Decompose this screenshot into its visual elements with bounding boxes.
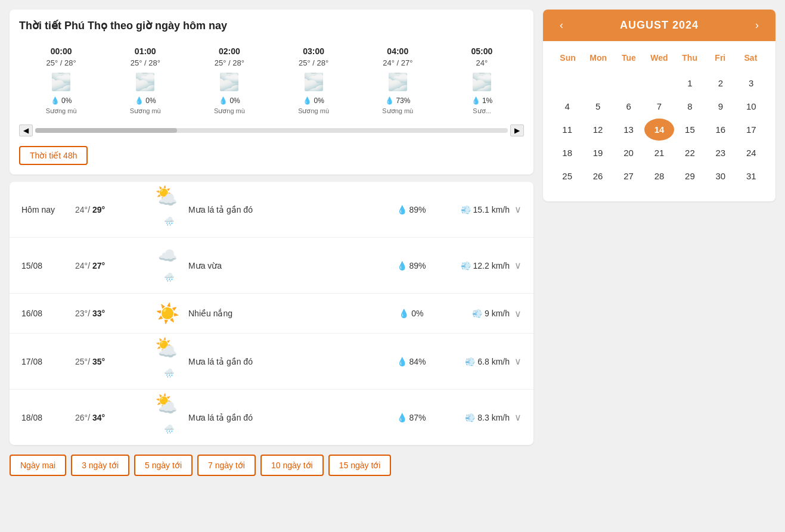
hour-time: 05:00 xyxy=(442,46,522,56)
hour-temp: 24° / 27° xyxy=(358,58,438,67)
calendar-day[interactable]: 8 xyxy=(675,95,705,117)
daily-temp: 24°/ 27° xyxy=(75,261,147,270)
calendar-day[interactable]: 1 xyxy=(675,72,705,94)
calendar-day[interactable]: 19 xyxy=(583,142,612,164)
daily-date: 16/08 xyxy=(21,309,75,318)
hour-temp: 25° / 28° xyxy=(190,58,269,67)
hour-desc: Sươ... xyxy=(442,107,522,115)
calendar-day[interactable]: 28 xyxy=(644,165,674,187)
drop-icon: 💧 xyxy=(399,309,409,318)
calendar-day[interactable]: 2 xyxy=(706,72,735,94)
chevron-down-icon: ∨ xyxy=(514,260,522,271)
hour-time: 00:00 xyxy=(21,46,101,56)
calendar-header: ‹ AUGUST 2024 › xyxy=(543,10,775,41)
daily-rain: 💧 0% xyxy=(384,309,438,318)
scroll-left-button[interactable]: ◀ xyxy=(19,125,33,136)
calendar-day-header: Sat xyxy=(736,48,766,67)
daily-row[interactable]: 15/08 24°/ 27° ☁️🌧️ Mưa vừa 💧 89% 💨 12.2… xyxy=(10,238,533,294)
calendar-day[interactable]: 20 xyxy=(614,142,643,164)
drop-icon: 💧 xyxy=(397,413,407,422)
calendar-day[interactable]: 16 xyxy=(706,119,735,141)
calendar-prev-button[interactable]: ‹ xyxy=(555,18,568,33)
hour-rain: 💧 0% xyxy=(274,97,353,105)
daily-weather-icon: ☁️🌧️ xyxy=(147,246,188,285)
calendar-day[interactable]: 27 xyxy=(614,165,643,187)
calendar-day[interactable]: 6 xyxy=(614,95,643,117)
daily-date: 18/08 xyxy=(21,413,75,422)
day-button[interactable]: Ngày mai xyxy=(10,455,66,476)
btn-48h[interactable]: Thời tiết 48h xyxy=(19,146,88,165)
daily-desc: Mưa lá tả gần đó xyxy=(188,357,384,366)
daily-desc: Mưa lá tả gần đó xyxy=(188,205,384,214)
calendar-day xyxy=(614,72,643,94)
calendar-day[interactable]: 24 xyxy=(737,142,766,164)
daily-weather-icon: ☀️☁️🌧️ xyxy=(147,342,188,381)
drop-icon: 💧 xyxy=(397,261,407,270)
calendar-day[interactable]: 29 xyxy=(675,165,705,187)
calendar-day[interactable]: 9 xyxy=(706,95,735,117)
calendar-day[interactable]: 7 xyxy=(644,95,674,117)
daily-temp: 24°/ 29° xyxy=(75,205,147,214)
scrollbar-area: ◀ ▶ xyxy=(19,125,524,136)
daily-temp: 23°/ 33° xyxy=(75,309,147,318)
calendar-day[interactable]: 15 xyxy=(675,119,705,141)
daily-wind: 💨 8.3 km/h xyxy=(438,413,510,422)
drop-icon: 💧 xyxy=(219,97,228,105)
chevron-down-icon: ∨ xyxy=(514,308,522,319)
calendar-day[interactable]: 31 xyxy=(737,165,766,187)
calendar-day[interactable]: 14 xyxy=(644,119,674,141)
day-button[interactable]: 15 ngày tới xyxy=(328,455,392,476)
hour-desc: Sương mù xyxy=(274,107,353,115)
calendar-day[interactable]: 5 xyxy=(583,95,612,117)
daily-wind: 💨 9 km/h xyxy=(438,309,510,318)
daily-row[interactable]: Hôm nay 24°/ 29° ☀️☁️🌧️ Mưa lá tả gần đó… xyxy=(10,182,533,238)
daily-row[interactable]: 17/08 25°/ 35° ☀️☁️🌧️ Mưa lá tả gần đó 💧… xyxy=(10,334,533,390)
scroll-right-button[interactable]: ▶ xyxy=(510,125,524,136)
calendar-day[interactable]: 18 xyxy=(553,142,582,164)
calendar-day[interactable]: 25 xyxy=(553,165,582,187)
bottom-buttons: Ngày mai3 ngày tới5 ngày tới7 ngày tới10… xyxy=(10,455,533,476)
hour-desc: Sương mù xyxy=(358,107,438,115)
day-button[interactable]: 10 ngày tới xyxy=(260,455,324,476)
day-button[interactable]: 7 ngày tới xyxy=(197,455,256,476)
calendar-day[interactable]: 22 xyxy=(675,142,705,164)
calendar-title: AUGUST 2024 xyxy=(620,19,699,32)
daily-row[interactable]: 18/08 26°/ 34° ☀️☁️🌧️ Mưa lá tả gần đó 💧… xyxy=(10,390,533,445)
calendar-day-header: Tue xyxy=(613,48,644,67)
scrollbar-track[interactable] xyxy=(35,128,508,133)
calendar-day xyxy=(553,72,582,94)
right-panel: ‹ AUGUST 2024 › SunMonTueWedThuFriSat 12… xyxy=(543,10,775,522)
hour-temp: 25° / 28° xyxy=(21,58,101,67)
calendar-day[interactable]: 30 xyxy=(706,165,735,187)
daily-weather-icon: ☀️☁️🌧️ xyxy=(147,190,188,229)
hour-temp: 25° / 28° xyxy=(106,58,185,67)
hour-rain: 💧 1% xyxy=(442,97,522,105)
drop-icon: 💧 xyxy=(385,97,394,105)
calendar-next-button[interactable]: › xyxy=(750,18,764,33)
calendar-day[interactable]: 17 xyxy=(737,119,766,141)
weather-icon: 🌫️ xyxy=(106,72,185,92)
chevron-down-icon: ∨ xyxy=(514,356,522,367)
calendar-day[interactable]: 23 xyxy=(706,142,735,164)
hour-item: 05:00 24° 🌫️ 💧 1% Sươ... xyxy=(440,42,524,120)
calendar-day xyxy=(644,72,674,94)
daily-date: 17/08 xyxy=(21,357,75,366)
calendar-day[interactable]: 10 xyxy=(737,95,766,117)
daily-wind: 💨 6.8 km/h xyxy=(438,357,510,366)
calendar-day[interactable]: 26 xyxy=(583,165,612,187)
hour-time: 03:00 xyxy=(274,46,353,56)
calendar-day[interactable]: 11 xyxy=(553,119,582,141)
calendar-day[interactable]: 13 xyxy=(614,119,643,141)
hour-time: 04:00 xyxy=(358,46,438,56)
daily-row[interactable]: 16/08 23°/ 33° ☀️ Nhiều nắng 💧 0% 💨 9 km… xyxy=(10,294,533,334)
day-button[interactable]: 3 ngày tới xyxy=(71,455,129,476)
hour-rain: 💧 0% xyxy=(21,97,101,105)
calendar-day[interactable]: 4 xyxy=(553,95,582,117)
daily-wind: 💨 12.2 km/h xyxy=(438,261,510,270)
left-panel: Thời tiết Phú Thọ theo giờ ngày hôm nay … xyxy=(10,10,533,522)
daily-temp: 25°/ 35° xyxy=(75,357,147,366)
day-button[interactable]: 5 ngày tới xyxy=(134,455,193,476)
calendar-day[interactable]: 12 xyxy=(583,119,612,141)
calendar-day[interactable]: 21 xyxy=(644,142,674,164)
calendar-day[interactable]: 3 xyxy=(737,72,766,94)
